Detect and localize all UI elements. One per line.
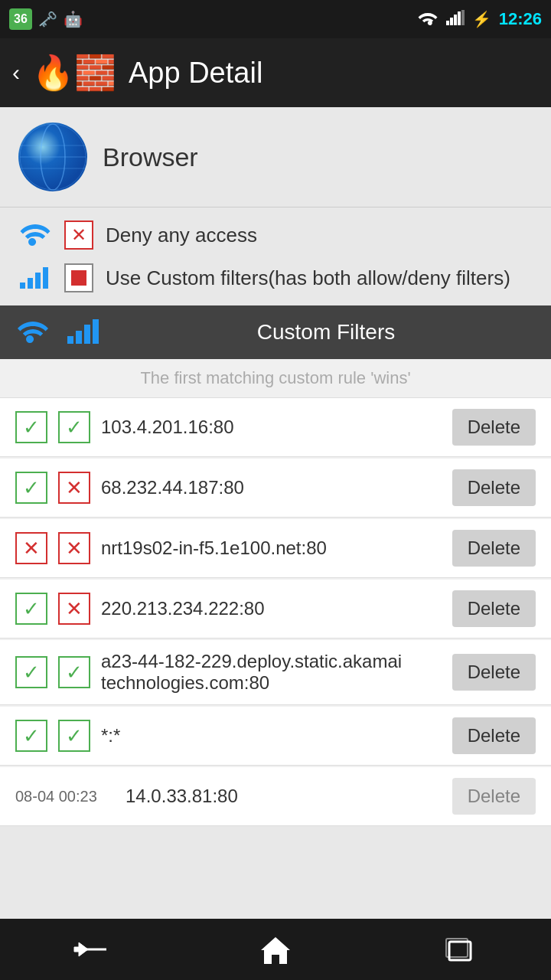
- rule4-address: 220.213.234.222:80: [101, 598, 442, 619]
- rule4-col2-x[interactable]: ✕: [58, 593, 90, 625]
- svg-rect-2: [454, 15, 457, 25]
- rule1-col2-check[interactable]: ✓: [58, 411, 90, 443]
- signal-filter-icon: [18, 263, 52, 293]
- rule2-address: 68.232.44.187:80: [101, 477, 442, 498]
- wifi-status-icon: [417, 10, 439, 29]
- filter-rule-7-partial: 08-04 00:23 14.0.33.81:80 Delete: [0, 767, 551, 826]
- status-time: 12:26: [499, 9, 542, 29]
- svg-rect-16: [76, 331, 82, 344]
- hint-text: The first matching custom rule 'wins': [0, 359, 551, 398]
- key-icon: 🗝️: [38, 10, 57, 28]
- back-button[interactable]: ‹: [12, 60, 20, 86]
- rule2-delete-button[interactable]: Delete: [452, 469, 536, 506]
- app-bar-title: App Detail: [129, 57, 262, 90]
- filter-list: ✓ ✓ 103.4.201.16:80 Delete ✓ ✕ 68.232.44…: [0, 398, 551, 826]
- custom-filters-header: Custom Filters: [0, 305, 551, 359]
- app-bar: ‹ 🔥🧱 App Detail: [0, 38, 551, 107]
- rule7-delete-button[interactable]: Delete: [452, 778, 536, 815]
- custom-checkbox[interactable]: [64, 263, 93, 292]
- filter-options-section: ✕ Deny any access Use Custom filters(has…: [0, 207, 551, 305]
- rule2-col2-x[interactable]: ✕: [58, 472, 90, 504]
- custom-filters-row[interactable]: Use Custom filters(has both allow/deny f…: [18, 263, 533, 293]
- deny-access-row[interactable]: ✕ Deny any access: [18, 220, 533, 250]
- rule5-col2-check[interactable]: ✓: [58, 656, 90, 688]
- app-name-label: Browser: [103, 142, 198, 172]
- rule7-address: 14.0.33.81:80: [126, 786, 442, 807]
- status-icons-left: 36 🗝️ 🤖: [9, 8, 83, 30]
- rule6-delete-button[interactable]: Delete: [452, 717, 536, 754]
- battery-icon: ⚡: [472, 10, 491, 28]
- filter-rule-1: ✓ ✓ 103.4.201.16:80 Delete: [0, 398, 551, 457]
- svg-rect-18: [93, 319, 99, 344]
- svg-rect-15: [67, 336, 73, 344]
- rule4-col1-check[interactable]: ✓: [15, 593, 47, 625]
- status-icons-right: ⚡ 12:26: [417, 9, 542, 29]
- notification-badge: 36: [9, 8, 32, 30]
- rule2-col1-check[interactable]: ✓: [15, 472, 47, 504]
- header-signal-icon: [66, 316, 101, 348]
- rule1-address: 103.4.201.16:80: [101, 416, 442, 438]
- rule3-address: nrt19s02-in-f5.1e100.net:80: [101, 537, 442, 559]
- rule1-delete-button[interactable]: Delete: [452, 409, 536, 446]
- rule7-timestamp: 08-04 00:23: [15, 788, 115, 805]
- rule5-col1-check[interactable]: ✓: [15, 656, 47, 688]
- custom-filters-section-title: Custom Filters: [116, 320, 536, 345]
- home-nav-button[interactable]: [245, 926, 306, 972]
- filter-icons-wifi: [18, 220, 52, 250]
- rule6-col1-check[interactable]: ✓: [15, 720, 47, 752]
- android-icon: 🤖: [64, 10, 83, 28]
- app-info-section: Browser: [0, 107, 551, 207]
- filter-rule-6: ✓ ✓ *:* Delete: [0, 707, 551, 766]
- rule3-col1-x[interactable]: ✕: [15, 532, 47, 564]
- filter-icons-signal: [18, 263, 52, 293]
- deny-checkbox[interactable]: ✕: [64, 220, 93, 250]
- filter-rule-2: ✓ ✕ 68.232.44.187:80 Delete: [0, 459, 551, 518]
- filter-rule-3: ✕ ✕ nrt19s02-in-f5.1e100.net:80 Delete: [0, 519, 551, 578]
- recent-apps-button[interactable]: [429, 926, 490, 972]
- rule3-delete-button[interactable]: Delete: [452, 530, 536, 567]
- custom-filters-label: Use Custom filters(has both allow/deny f…: [106, 266, 510, 290]
- rule1-col1-check[interactable]: ✓: [15, 411, 47, 443]
- navigation-bar: [0, 919, 551, 980]
- back-nav-button[interactable]: [61, 926, 122, 972]
- svg-rect-4: [461, 10, 465, 25]
- svg-rect-1: [450, 18, 453, 25]
- rule6-address: *:*: [101, 725, 442, 746]
- rule6-col2-check[interactable]: ✓: [58, 720, 90, 752]
- header-wifi-icon: [15, 316, 51, 348]
- filter-rule-4: ✓ ✕ 220.213.234.222:80 Delete: [0, 580, 551, 639]
- rule5-delete-button[interactable]: Delete: [452, 654, 536, 691]
- svg-rect-17: [84, 325, 90, 344]
- deny-access-label: Deny any access: [106, 224, 257, 247]
- svg-rect-11: [20, 283, 25, 289]
- rule5-address: a23-44-182-229.deploy.static.akamaitechn…: [101, 651, 442, 694]
- svg-rect-0: [446, 21, 449, 25]
- signal-status-icon: [446, 10, 465, 29]
- svg-rect-3: [458, 11, 461, 25]
- app-icon: [18, 122, 87, 191]
- rule4-delete-button[interactable]: Delete: [452, 590, 536, 627]
- svg-rect-13: [35, 273, 41, 289]
- status-bar: 36 🗝️ 🤖 ⚡ 12:26: [0, 0, 551, 38]
- svg-rect-12: [28, 278, 33, 289]
- rule3-col2-x[interactable]: ✕: [58, 532, 90, 564]
- svg-rect-14: [43, 267, 48, 289]
- wifi-filter-icon: [18, 220, 52, 250]
- app-bar-icon: 🔥🧱: [32, 53, 116, 93]
- filter-rule-5: ✓ ✓ a23-44-182-229.deploy.static.akamait…: [0, 640, 551, 705]
